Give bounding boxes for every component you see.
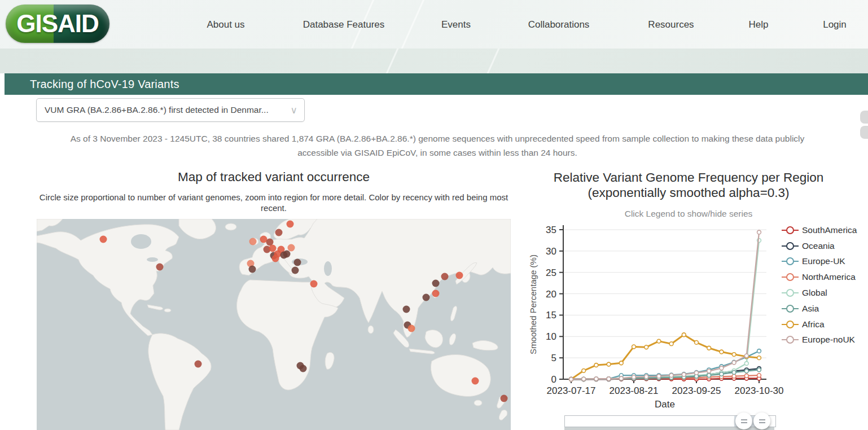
edge-widget-bottom[interactable] xyxy=(860,126,868,139)
series-marker xyxy=(645,375,648,379)
variant-occurrence-dot[interactable] xyxy=(288,244,295,252)
series-marker xyxy=(619,361,623,365)
series-line-Global xyxy=(571,240,759,379)
chart-section-subtitle: Click Legend to show/hide series xyxy=(524,209,853,219)
grip-icon xyxy=(741,419,747,423)
variant-occurrence-dot[interactable] xyxy=(195,361,202,368)
nav-item-resources[interactable]: Resources xyxy=(648,19,694,30)
chart-title-line1: Relative Variant Genome Frequency per Re… xyxy=(524,170,853,185)
world-map[interactable] xyxy=(37,219,511,430)
chevron-down-icon: ∨ xyxy=(291,104,297,116)
y-tick-label: 15 xyxy=(546,310,556,321)
variant-occurrence-dot[interactable] xyxy=(272,255,279,262)
y-tick-label: 10 xyxy=(546,331,556,342)
y-tick-label: 30 xyxy=(546,246,556,257)
series-marker xyxy=(632,375,636,379)
legend-marker-icon xyxy=(782,320,799,329)
variant-occurrence-dot[interactable] xyxy=(100,236,107,243)
variant-occurrence-dot[interactable] xyxy=(310,280,318,288)
nav-item-collaborations[interactable]: Collaborations xyxy=(528,19,590,30)
variant-occurrence-dot[interactable] xyxy=(441,273,449,280)
series-marker xyxy=(744,362,748,366)
legend-label: Europe-UK xyxy=(802,256,845,266)
variant-occurrence-dot[interactable] xyxy=(269,245,277,252)
series-marker xyxy=(669,374,673,378)
series-marker xyxy=(732,374,736,378)
y-tick-label: 5 xyxy=(551,353,556,363)
x-tick-label: 2023-10-30 xyxy=(735,385,784,396)
variant-occurrence-dot[interactable] xyxy=(294,259,301,266)
variant-occurrence-dot[interactable] xyxy=(300,365,307,372)
x-axis-title: Date xyxy=(655,399,675,410)
page-title: Tracking of hCoV-19 Variants xyxy=(30,78,179,91)
legend-item-Europe-UK[interactable]: Europe-UK xyxy=(782,254,868,270)
legend-item-Asia[interactable]: Asia xyxy=(782,301,868,317)
chart-title-line2: (exponentially smoothed alpha=0.3) xyxy=(524,185,853,200)
slider-handle-left[interactable] xyxy=(735,413,752,429)
legend-label: Africa xyxy=(802,319,825,330)
variant-occurrence-dot[interactable] xyxy=(403,306,410,313)
nav-item-help[interactable]: Help xyxy=(749,19,769,30)
edge-scroll-widget[interactable] xyxy=(860,111,868,140)
x-tick-label: 2023-09-25 xyxy=(672,385,721,396)
legend-label: Global xyxy=(802,288,827,298)
variant-occurrence-dot[interactable] xyxy=(423,294,430,301)
variant-occurrence-dot[interactable] xyxy=(249,238,257,245)
series-marker xyxy=(720,350,724,354)
variant-occurrence-dot[interactable] xyxy=(292,267,299,274)
variant-occurrence-dot[interactable] xyxy=(432,290,440,297)
nav-item-database-features[interactable]: Database Features xyxy=(303,19,385,30)
series-marker xyxy=(594,377,598,381)
chart-legend: SouthAmericaOceaniaEurope-UKNorthAmerica… xyxy=(782,222,868,348)
series-marker xyxy=(757,368,761,372)
y-tick-label: 20 xyxy=(546,289,556,300)
nav-item-login[interactable]: Login xyxy=(823,19,847,30)
legend-item-Africa[interactable]: Africa xyxy=(782,317,868,332)
series-marker xyxy=(619,376,623,380)
variant-occurrence-dot[interactable] xyxy=(283,251,291,258)
legend-label: Europe-noUK xyxy=(802,335,855,345)
variant-occurrence-dot[interactable] xyxy=(249,266,256,273)
series-marker xyxy=(720,366,724,370)
y-tick-label: 0 xyxy=(551,374,556,385)
legend-item-Europe-noUK[interactable]: Europe-noUK xyxy=(782,332,868,348)
variant-occurrence-dot[interactable] xyxy=(472,378,479,385)
edge-widget-top[interactable] xyxy=(860,111,868,124)
slider-handle-right[interactable] xyxy=(753,413,770,429)
variant-occurrence-dot[interactable] xyxy=(456,272,463,279)
series-marker xyxy=(757,374,761,378)
variant-select[interactable]: VUM GRA (BA.2.86+BA.2.86.*) first detect… xyxy=(36,98,305,122)
series-marker xyxy=(757,230,761,234)
variant-occurrence-dot[interactable] xyxy=(501,395,508,402)
world-map-svg xyxy=(37,219,511,430)
series-marker xyxy=(582,368,586,372)
variant-occurrence-dot[interactable] xyxy=(432,280,440,287)
legend-item-NorthAmerica[interactable]: NorthAmerica xyxy=(782,269,868,285)
nav-item-about-us[interactable]: About us xyxy=(207,19,244,30)
series-marker xyxy=(645,345,648,349)
map-section-subtitle: Circle size proportional to number of va… xyxy=(37,192,511,213)
chart-section-title: Relative Variant Genome Frequency per Re… xyxy=(524,170,853,200)
variant-occurrence-dot[interactable] xyxy=(287,221,294,228)
legend-marker-icon xyxy=(782,242,799,251)
variant-occurrence-dot[interactable] xyxy=(408,325,415,332)
header-subband xyxy=(0,49,868,73)
nav-item-events[interactable]: Events xyxy=(441,19,471,30)
variant-occurrence-dot[interactable] xyxy=(275,229,283,236)
legend-item-SouthAmerica[interactable]: SouthAmerica xyxy=(782,222,868,238)
y-tick-label: 25 xyxy=(546,267,556,278)
series-marker xyxy=(682,333,686,337)
variant-occurrence-dot[interactable] xyxy=(156,264,164,271)
series-marker xyxy=(744,374,748,378)
legend-item-Global[interactable]: Global xyxy=(782,285,868,301)
y-tick-label: 35 xyxy=(546,225,556,235)
legend-label: NorthAmerica xyxy=(802,272,856,282)
legend-marker-icon xyxy=(782,304,799,313)
series-marker xyxy=(632,345,636,349)
series-marker xyxy=(744,369,748,373)
frequency-chart: 051015202530352023-07-172023-08-212023-0… xyxy=(525,219,790,411)
legend-item-Oceania[interactable]: Oceania xyxy=(782,238,868,254)
series-marker xyxy=(607,377,611,381)
legend-marker-icon xyxy=(782,335,799,344)
legend-marker-icon xyxy=(782,257,799,266)
